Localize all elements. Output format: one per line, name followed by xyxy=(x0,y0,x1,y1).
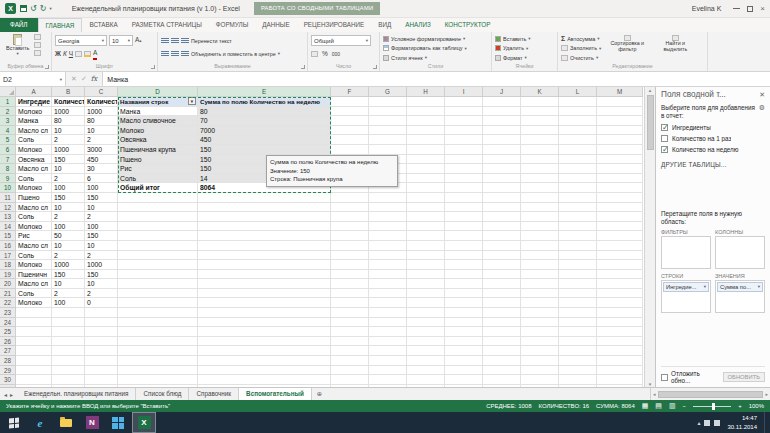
grid-cell-B7[interactable]: 150 xyxy=(52,155,85,165)
grid-cell-G2[interactable] xyxy=(369,107,407,117)
grid-cell-H11[interactable] xyxy=(407,193,445,203)
grid-cell-B20[interactable]: 10 xyxy=(52,279,85,289)
grid-cell-A9[interactable]: Соль xyxy=(16,174,52,184)
grid-cell-B19[interactable]: 150 xyxy=(52,270,85,280)
column-header-F[interactable]: F xyxy=(331,87,369,97)
grid-cell-C23[interactable] xyxy=(85,308,118,318)
field-row[interactable]: Количество на 1 раз xyxy=(661,133,765,144)
enter-entry-icon[interactable]: ✓ xyxy=(81,75,87,83)
grid-cell-L1[interactable] xyxy=(559,97,597,107)
column-header-A[interactable]: A xyxy=(16,87,52,97)
grid-cell-M3[interactable] xyxy=(597,116,643,126)
grid-cell-A20[interactable]: Масло сл xyxy=(16,279,52,289)
grid-cell-M11[interactable] xyxy=(597,193,643,203)
grid-cell-I29[interactable] xyxy=(445,366,483,376)
grid-cell-H13[interactable] xyxy=(407,212,445,222)
sheet-tab-список-блюд[interactable]: Список блюд xyxy=(136,388,189,400)
app-tile-taskbar-icon[interactable] xyxy=(106,412,130,433)
grid-cell-F25[interactable] xyxy=(331,327,369,337)
taskbar-clock[interactable]: 14:47 30.11.2014 xyxy=(727,414,757,432)
grid-cell-D2[interactable]: Манка xyxy=(118,107,198,117)
scroll-up-icon[interactable]: ▴ xyxy=(649,87,652,93)
grid-cell-H7[interactable] xyxy=(407,155,445,165)
delete-cells-button[interactable]: Удалить▾ xyxy=(495,44,554,54)
grid-cell-E21[interactable] xyxy=(198,289,331,299)
grid-cell-D16[interactable] xyxy=(118,241,198,251)
row-header-30[interactable]: 30 xyxy=(0,375,16,385)
grid-cell-M8[interactable] xyxy=(597,164,643,174)
grid-cell-J23[interactable] xyxy=(483,308,521,318)
grid-cell-I23[interactable] xyxy=(445,308,483,318)
grid-cell-B13[interactable]: 2 xyxy=(52,212,85,222)
font-name-select[interactable]: Georgia▾ xyxy=(55,35,107,46)
sort-filter-button[interactable]: Сортировка и фильтр xyxy=(605,35,649,52)
grid-cell-H16[interactable] xyxy=(407,241,445,251)
grid-cell-H12[interactable] xyxy=(407,203,445,213)
grid-cell-B10[interactable]: 100 xyxy=(52,183,85,193)
row-header-5[interactable]: 5 xyxy=(0,135,16,145)
grid-cell-G29[interactable] xyxy=(369,366,407,376)
filter-arrow-icon[interactable]: ▾ xyxy=(188,97,196,105)
row-header-2[interactable]: 2 xyxy=(0,107,16,117)
grid-cell-I4[interactable] xyxy=(445,126,483,136)
horizontal-scrollbar[interactable]: ◂ ▸ xyxy=(650,388,770,400)
grid-cell-K13[interactable] xyxy=(521,212,559,222)
grid-cell-I15[interactable] xyxy=(445,231,483,241)
grid-cell-M10[interactable] xyxy=(597,183,643,193)
grid-cell-C10[interactable]: 100 xyxy=(85,183,118,193)
grid-cell-G20[interactable] xyxy=(369,279,407,289)
sheet-nav-left-icon[interactable]: ◂ xyxy=(4,391,7,398)
grid-cell-D25[interactable] xyxy=(118,327,198,337)
grow-font-icon[interactable]: А▴ xyxy=(135,35,142,46)
grid-cell-D7[interactable]: Пшено xyxy=(118,155,198,165)
grid-cell-F6[interactable] xyxy=(331,145,369,155)
grid-cell-E18[interactable] xyxy=(198,260,331,270)
grid-cell-I18[interactable] xyxy=(445,260,483,270)
show-desktop-button[interactable] xyxy=(764,412,768,433)
grid-cell-D24[interactable] xyxy=(118,318,198,328)
grid-cell-F27[interactable] xyxy=(331,346,369,356)
grid-cell-J14[interactable] xyxy=(483,222,521,232)
grid-cell-D22[interactable] xyxy=(118,298,198,308)
grid-cell-D30[interactable] xyxy=(118,375,198,385)
grid-cell-I17[interactable] xyxy=(445,251,483,261)
grid-cell-K29[interactable] xyxy=(521,366,559,376)
grid-cell-C29[interactable] xyxy=(85,366,118,376)
grid-cell-I26[interactable] xyxy=(445,337,483,347)
grid-cell-G26[interactable] xyxy=(369,337,407,347)
grid-cell-E24[interactable] xyxy=(198,318,331,328)
grid-cell-D20[interactable] xyxy=(118,279,198,289)
page-layout-view-icon[interactable]: ▤ xyxy=(655,401,662,411)
merge-center-button[interactable]: Объединить и поместить в центре xyxy=(191,51,276,57)
onenote-taskbar-icon[interactable]: N xyxy=(80,412,104,433)
grid-cell-C26[interactable] xyxy=(85,337,118,347)
grid-cell-M20[interactable] xyxy=(597,279,643,289)
grid-cell-F30[interactable] xyxy=(331,375,369,385)
grid-cell-K17[interactable] xyxy=(521,251,559,261)
grid-cell-A28[interactable] xyxy=(16,356,52,366)
grid-cell-M13[interactable] xyxy=(597,212,643,222)
grid-cell-B28[interactable] xyxy=(52,356,85,366)
grid-cell-G21[interactable] xyxy=(369,289,407,299)
grid-cell-L10[interactable] xyxy=(559,183,597,193)
grid-cell-H2[interactable] xyxy=(407,107,445,117)
grid-cell-J8[interactable] xyxy=(483,164,521,174)
gear-icon[interactable]: ⚙ xyxy=(759,104,765,112)
worksheet-grid[interactable]: ABCDEFGHIJKLM1ИнгредиеКоличестКоличестНа… xyxy=(0,87,644,387)
grid-cell-E30[interactable] xyxy=(198,375,331,385)
grid-cell-A16[interactable]: Масло сл xyxy=(16,241,52,251)
grid-cell-A25[interactable] xyxy=(16,327,52,337)
grid-cell-A31[interactable] xyxy=(16,385,52,387)
grid-cell-I3[interactable] xyxy=(445,116,483,126)
grid-cell-E28[interactable] xyxy=(198,356,331,366)
grid-cell-L26[interactable] xyxy=(559,337,597,347)
grid-cell-M28[interactable] xyxy=(597,356,643,366)
grid-cell-D15[interactable] xyxy=(118,231,198,241)
grid-cell-J18[interactable] xyxy=(483,260,521,270)
grid-cell-C1[interactable]: Количест xyxy=(85,97,118,107)
grid-cell-A7[interactable]: Овсянка xyxy=(16,155,52,165)
grid-cell-A30[interactable] xyxy=(16,375,52,385)
grid-cell-K21[interactable] xyxy=(521,289,559,299)
grid-cell-K20[interactable] xyxy=(521,279,559,289)
grid-cell-M5[interactable] xyxy=(597,135,643,145)
